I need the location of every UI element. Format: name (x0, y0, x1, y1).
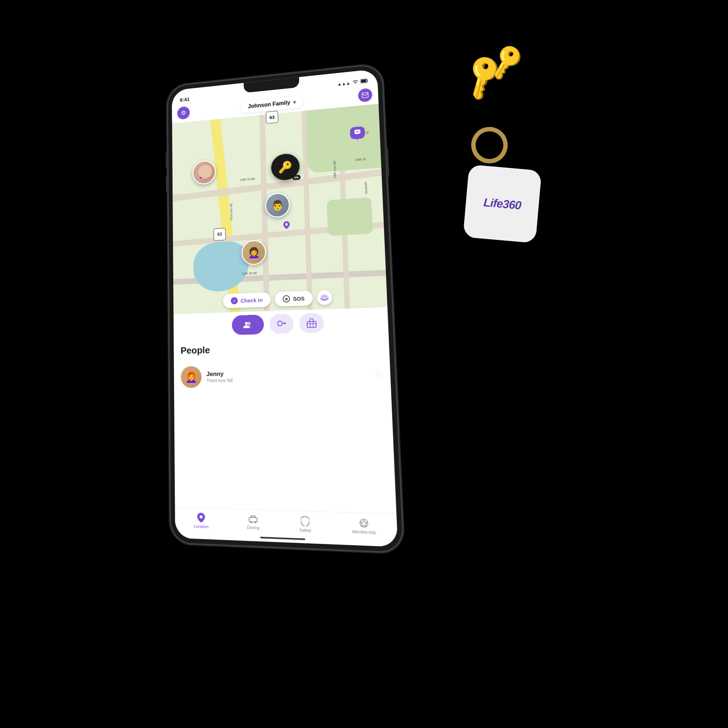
street-label-first: First Ave NE (229, 203, 233, 220)
phone-frame: 9:41 ▲▲▲ (167, 63, 404, 553)
check-in-label: Check in (241, 297, 263, 304)
avatar-pin-woman1[interactable]: 👩‍🦰 (192, 159, 216, 185)
checkin-check-icon: ✓ (231, 297, 238, 304)
family-name: Johnson Family (248, 99, 291, 110)
location-nav-label: Location (194, 524, 209, 529)
bottom-nav: Location Driving Safety (175, 507, 398, 547)
street-label-seventh: Seventh (364, 182, 369, 194)
places-tab[interactable] (299, 313, 324, 333)
svg-point-9 (245, 322, 248, 325)
keys-map-icon: 🔑 (278, 160, 293, 174)
park-1 (306, 104, 381, 173)
map-area[interactable]: 19th St NE 20th St 21st St 14th St NE Fi… (172, 104, 388, 314)
svg-rect-2 (361, 80, 366, 83)
places-tab-icon (306, 318, 316, 328)
people-section-title: People (180, 341, 381, 356)
membership-nav-label: Membership (352, 529, 376, 535)
nav-item-safety[interactable]: Safety (299, 516, 311, 533)
family-selector[interactable]: Johnson Family ▾ (241, 95, 303, 113)
nav-item-membership[interactable]: Membership (352, 518, 376, 534)
avatar-face-man1: 👨 (266, 193, 289, 217)
layers-icon (320, 294, 329, 301)
location-pin-small (283, 221, 290, 230)
svg-point-10 (248, 322, 251, 325)
safety-nav-label: Safety (299, 528, 311, 532)
avatar-circle-woman1: 👩‍🦰 (192, 159, 216, 185)
jenny-info: Jenny Third Ave NE (206, 369, 370, 383)
tile-logo: Life360 (483, 196, 522, 212)
sos-label: SOS (293, 295, 305, 302)
volume-up-button (166, 152, 168, 169)
sos-circle-icon: ⊕ (283, 295, 290, 303)
tile-device: Life360 (463, 165, 542, 243)
key-icon-2: 🗝 (487, 75, 520, 113)
street-label-14th: 14th St NE (242, 271, 257, 275)
settings-button[interactable]: ⚙ (177, 106, 190, 120)
safety-nav-icon (301, 516, 309, 526)
scene: 🔑 🗝 🔑 Life360 9:41 ▲▲▲ (145, 37, 583, 691)
chevron-down-icon: ▾ (293, 99, 296, 106)
signal-icon: ▲▲▲ (337, 80, 350, 87)
svg-line-18 (313, 321, 314, 327)
messages-button[interactable] (358, 88, 372, 102)
route-number-badge: 63 (266, 111, 278, 124)
chat-icon (354, 129, 360, 135)
jenny-avatar-face: 👩‍🦰 (181, 366, 202, 388)
driving-nav-icon (248, 515, 258, 523)
volume-down-button (166, 176, 168, 193)
avatar-pin-woman2[interactable]: 👩‍🦱 (241, 240, 266, 266)
avatar-face-woman2: 👩‍🦱 (242, 241, 265, 264)
gear-icon: ⚙ (181, 109, 187, 117)
svg-rect-15 (307, 321, 316, 327)
tile-key-pin[interactable]: 🔑 (271, 153, 300, 181)
nav-item-location[interactable]: Location (194, 512, 209, 529)
svg-rect-3 (362, 92, 369, 98)
svg-point-22 (254, 521, 256, 523)
nav-item-driving[interactable]: Driving (247, 515, 260, 530)
status-time: 9:41 (180, 96, 190, 102)
jenny-favorite-icon[interactable]: ♡ (375, 370, 382, 380)
avatar-circle-man1: 👨 (265, 192, 290, 219)
svg-point-21 (250, 521, 252, 523)
sos-button[interactable]: ⊕ SOS (275, 291, 313, 306)
avatar-face-woman1: 👩‍🦰 (193, 161, 215, 184)
location-nav-icon (197, 512, 205, 523)
people-section: People 👩‍🦰 Jenny Third Ave NE ♡ (174, 337, 396, 514)
mail-icon (362, 92, 369, 98)
avatar-pin-man1[interactable]: 👨 (265, 192, 290, 219)
svg-point-0 (471, 127, 508, 164)
battery-icon (360, 78, 369, 84)
park-2 (327, 197, 373, 236)
phone-screen: 9:41 ▲▲▲ (172, 69, 398, 547)
membership-nav-icon (359, 518, 369, 528)
key-ring-svg (464, 120, 515, 170)
svg-point-11 (277, 321, 282, 326)
keys-tab[interactable] (269, 314, 294, 334)
layers-button[interactable] (317, 290, 332, 305)
jenny-avatar: 👩‍🦰 (181, 366, 202, 388)
check-in-button[interactable]: ✓ Check in (223, 292, 271, 308)
keys-tab-icon (277, 319, 286, 329)
tile-pin-bubble: 🔑 (271, 153, 300, 181)
wifi-icon (352, 80, 359, 85)
driving-nav-label: Driving (247, 525, 260, 530)
power-button (386, 148, 390, 177)
route-63-badge: 63 (213, 228, 226, 241)
svg-line-16 (307, 324, 316, 324)
people-tab[interactable] (232, 315, 264, 335)
person-row-jenny[interactable]: 👩‍🦰 Jenny Third Ave NE ♡ (180, 359, 383, 392)
chat-bubble[interactable] (350, 126, 365, 139)
street-label-fifth: Fifth Ave NE (333, 161, 337, 178)
avatar-circle-woman2: 👩‍🦱 (241, 240, 266, 266)
svg-marker-24 (360, 520, 367, 527)
people-tab-icon (243, 320, 252, 330)
